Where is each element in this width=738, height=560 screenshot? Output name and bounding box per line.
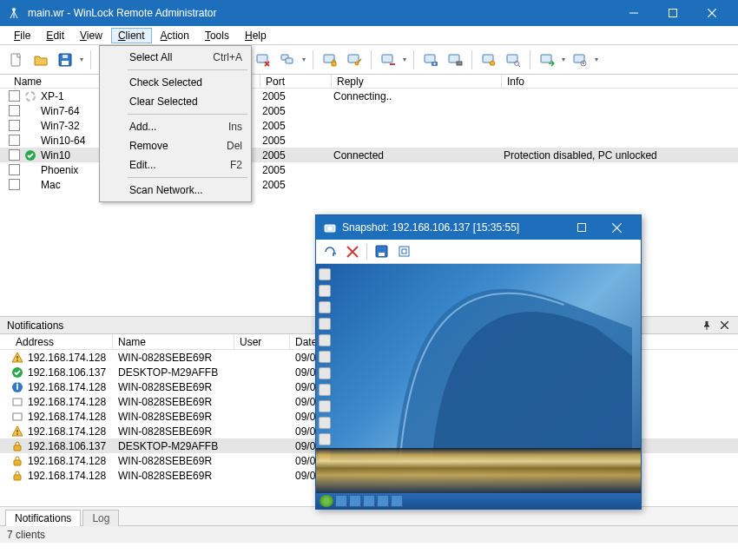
pin-icon[interactable] bbox=[700, 319, 714, 333]
svg-rect-55 bbox=[13, 399, 22, 405]
col-info[interactable]: Info bbox=[502, 75, 738, 88]
menu-action[interactable]: Action bbox=[154, 28, 196, 43]
none-icon bbox=[23, 134, 37, 148]
check-red-icon[interactable] bbox=[252, 49, 274, 71]
notif-address: 192.168.174.128 bbox=[28, 425, 118, 438]
info-icon: i bbox=[10, 380, 24, 394]
menu-help[interactable]: Help bbox=[238, 28, 273, 43]
notif-address: 192.168.106.137 bbox=[28, 440, 118, 452]
power-minus-icon[interactable] bbox=[377, 49, 399, 71]
client-port: 2005 bbox=[262, 120, 333, 132]
fit-icon[interactable] bbox=[395, 243, 412, 260]
minimize-button[interactable] bbox=[614, 0, 653, 26]
svg-point-45 bbox=[583, 63, 584, 64]
usb-icon[interactable] bbox=[444, 49, 466, 71]
snapshot-window[interactable]: Snapshot: 192.168.106.137 [15:35:55] bbox=[315, 214, 642, 510]
status-bar: 7 clients bbox=[0, 525, 738, 543]
svg-rect-59 bbox=[14, 445, 21, 451]
snapshot-titlebar[interactable]: Snapshot: 192.168.106.137 [15:35:55] bbox=[316, 215, 641, 240]
svg-rect-70 bbox=[379, 253, 385, 256]
svg-point-0 bbox=[12, 8, 16, 11]
svg-rect-5 bbox=[11, 54, 20, 66]
svg-rect-25 bbox=[286, 58, 293, 63]
checkbox[interactable] bbox=[9, 135, 20, 146]
svg-rect-43 bbox=[574, 55, 584, 63]
maximize-button[interactable] bbox=[653, 0, 692, 26]
menu-view[interactable]: View bbox=[73, 28, 109, 43]
checkbox[interactable] bbox=[9, 90, 20, 102]
col-port[interactable]: Port bbox=[260, 75, 332, 88]
checkbox[interactable] bbox=[9, 149, 20, 161]
open-icon[interactable] bbox=[30, 49, 52, 71]
monitor-group-icon[interactable] bbox=[276, 49, 299, 71]
loading-icon bbox=[23, 89, 37, 103]
menu-tools[interactable]: Tools bbox=[198, 28, 236, 43]
stop-icon[interactable] bbox=[344, 243, 361, 260]
svg-point-51 bbox=[16, 359, 18, 361]
none-icon bbox=[23, 163, 37, 177]
menu-edit-item[interactable]: Edit...F2 bbox=[102, 155, 249, 175]
menu-clear-selected[interactable]: Clear Selected bbox=[102, 92, 249, 111]
settings-dropdown-icon[interactable]: ▾ bbox=[593, 56, 600, 63]
notif-address: 192.168.174.128 bbox=[28, 470, 118, 482]
col-reply[interactable]: Reply bbox=[332, 75, 502, 88]
remote-taskbar bbox=[316, 493, 641, 509]
monitor-group-dropdown-icon[interactable]: ▾ bbox=[300, 56, 307, 63]
menu-scan-network[interactable]: Scan Network... bbox=[102, 181, 249, 200]
bell-icon[interactable] bbox=[478, 49, 500, 71]
menu-select-all[interactable]: Select AllCtrl+A bbox=[102, 48, 249, 67]
notif-address: 192.168.174.128 bbox=[28, 352, 118, 364]
menu-file[interactable]: File bbox=[7, 28, 37, 43]
save-snapshot-icon[interactable] bbox=[372, 243, 390, 260]
checkbox[interactable] bbox=[9, 164, 20, 175]
menu-remove[interactable]: RemoveDel bbox=[102, 136, 249, 155]
svg-point-58 bbox=[16, 433, 18, 435]
none-icon bbox=[23, 178, 37, 192]
svg-rect-61 bbox=[14, 475, 21, 480]
snapshot-close-button[interactable] bbox=[599, 215, 634, 240]
save-icon[interactable] bbox=[54, 49, 76, 71]
client-reply: Connecting.. bbox=[333, 90, 504, 102]
checkbox[interactable] bbox=[9, 120, 20, 131]
notif-name: DESKTOP-M29AFFB bbox=[118, 366, 240, 379]
settings-icon[interactable] bbox=[569, 49, 591, 71]
notif-address: 192.168.174.128 bbox=[28, 381, 118, 393]
checkbox[interactable] bbox=[9, 179, 20, 190]
notif-name: WIN-0828SEBE69R bbox=[118, 455, 240, 467]
ncol-user[interactable]: User bbox=[234, 334, 290, 349]
menu-add[interactable]: Add...Ins bbox=[102, 117, 249, 136]
notif-name: WIN-0828SEBE69R bbox=[118, 352, 240, 364]
refresh-icon[interactable] bbox=[321, 243, 339, 260]
power-dropdown-icon[interactable]: ▾ bbox=[401, 56, 408, 63]
close-panel-icon[interactable] bbox=[717, 319, 731, 333]
lock-icon[interactable] bbox=[319, 49, 341, 71]
ncol-name[interactable]: Name bbox=[113, 334, 234, 349]
ncol-address[interactable]: Address bbox=[10, 334, 113, 349]
close-button[interactable] bbox=[692, 0, 731, 26]
save-dropdown-icon[interactable]: ▾ bbox=[78, 56, 85, 63]
transfer-dropdown-icon[interactable]: ▾ bbox=[560, 56, 567, 63]
notif-name: DESKTOP-M29AFFB bbox=[118, 440, 240, 452]
tab-notifications[interactable]: Notifications bbox=[5, 510, 81, 526]
transfer-icon[interactable] bbox=[536, 49, 558, 71]
new-icon[interactable] bbox=[5, 49, 28, 71]
search-icon[interactable] bbox=[502, 49, 524, 71]
menu-edit[interactable]: Edit bbox=[39, 28, 71, 43]
tab-log[interactable]: Log bbox=[82, 510, 119, 526]
notif-name: WIN-0828SEBE69R bbox=[118, 411, 240, 423]
menu-client[interactable]: Client bbox=[111, 28, 152, 43]
snapshot-title: Snapshot: 192.168.106.137 [15:35:55] bbox=[342, 221, 564, 234]
key-icon[interactable] bbox=[343, 49, 366, 71]
menu-check-selected[interactable]: Check Selected bbox=[102, 73, 249, 92]
svg-rect-71 bbox=[399, 247, 409, 256]
check-icon bbox=[10, 366, 24, 379]
client-port: 2005 bbox=[262, 164, 333, 176]
camera-icon[interactable] bbox=[419, 49, 442, 71]
snapshot-maximize-button[interactable] bbox=[564, 215, 599, 240]
svg-rect-31 bbox=[382, 55, 392, 63]
notif-name: WIN-0828SEBE69R bbox=[118, 470, 240, 482]
checkbox[interactable] bbox=[9, 105, 20, 116]
notif-address: 192.168.174.128 bbox=[28, 396, 118, 408]
client-port: 2005 bbox=[262, 149, 333, 161]
lock-icon bbox=[10, 439, 24, 453]
